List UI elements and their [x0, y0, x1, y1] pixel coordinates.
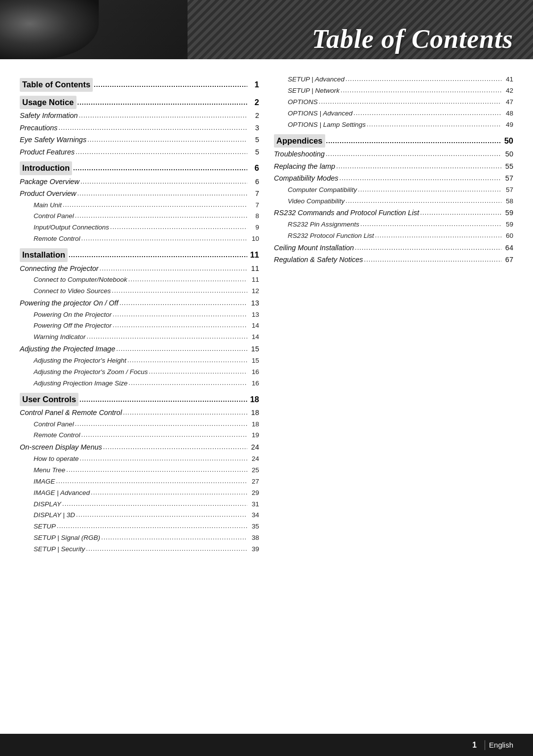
toc-entry: Precautions.............................…	[20, 122, 259, 133]
toc-page: 57	[502, 185, 513, 195]
main-content: Table of Contents.......................…	[0, 59, 533, 570]
toc-dots: ........................................…	[128, 274, 247, 284]
toc-entry: Troubleshooting.........................…	[274, 149, 513, 159]
toc-page: 16	[248, 378, 259, 389]
toc-label: RS232 Protocol Function List	[288, 231, 374, 241]
toc-dots: ........................................…	[103, 442, 247, 452]
toc-page: 11	[248, 275, 259, 285]
toc-entry: Replacing the lamp......................…	[274, 161, 513, 172]
toc-page: 6	[248, 162, 259, 175]
toc-page: 14	[248, 332, 259, 342]
toc-entry: Compatibility Modes.....................…	[274, 173, 513, 184]
toc-page: 58	[502, 196, 513, 207]
toc-dots: ........................................…	[75, 211, 247, 221]
toc-entry: Remote Control..........................…	[20, 430, 259, 441]
toc-entry: Powering On the Projector...............…	[20, 310, 259, 320]
toc-entry: OPTIONS | Lamp Settings.................…	[274, 120, 513, 130]
toc-entry: Appendices..............................…	[274, 134, 513, 148]
toc-page: 13	[248, 298, 259, 308]
toc-dots: ........................................…	[420, 208, 501, 218]
toc-dots: ........................................…	[326, 149, 501, 159]
toc-entry: OPTIONS | Advanced......................…	[274, 109, 513, 119]
toc-label: Video Compatibility	[288, 196, 344, 207]
toc-page: 9	[248, 223, 259, 233]
title-block: Table of Contents	[312, 24, 513, 54]
toc-entry: Remote Control..........................…	[20, 234, 259, 244]
toc-entry: SETUP | Network.........................…	[274, 86, 513, 96]
toc-label: Usage Notice	[20, 96, 76, 110]
toc-page: 34	[248, 510, 259, 521]
toc-dots: ........................................…	[80, 177, 247, 187]
toc-entry: SETUP | Security........................…	[20, 544, 259, 555]
toc-page: 64	[502, 242, 513, 253]
toc-dots: ........................................…	[113, 309, 247, 319]
toc-page: 38	[248, 533, 259, 543]
toc-label: RS232 Pin Assignments	[288, 220, 359, 230]
toc-dots: ........................................…	[76, 147, 247, 157]
toc-label: Product Overview	[20, 188, 76, 199]
toc-dots: ........................................…	[127, 355, 247, 365]
toc-entry: Powering the projector On / Off.........…	[20, 298, 259, 308]
toc-page: 31	[248, 499, 259, 510]
toc-label: Control Panel & Remote Control	[20, 407, 122, 418]
toc-label: SETUP | Advanced	[288, 75, 344, 85]
toc-dots: ........................................…	[355, 243, 501, 253]
toc-label: Table of Contents	[20, 78, 93, 92]
toc-dots: ........................................…	[56, 476, 247, 486]
toc-label: SETUP | Security	[34, 544, 85, 555]
toc-page: 10	[248, 234, 259, 244]
toc-label: Connect to Video Sources	[34, 286, 111, 297]
left-column: Table of Contents.......................…	[20, 74, 259, 556]
toc-label: Product Features	[20, 147, 75, 157]
toc-entry: On-screen Display Menus.................…	[20, 442, 259, 453]
toc-dots: ........................................…	[75, 419, 247, 429]
toc-label: Installation	[20, 248, 68, 262]
toc-dots: ........................................…	[59, 123, 247, 133]
toc-label: Compatibility Modes	[274, 173, 339, 184]
toc-page: 5	[248, 134, 259, 145]
toc-label: Adjusting the Projected Image	[20, 343, 115, 354]
toc-label: Control Panel	[34, 211, 74, 222]
toc-dots: ........................................…	[340, 173, 501, 183]
toc-page: 24	[248, 454, 259, 464]
footer-bar: 1 English	[0, 734, 533, 756]
toc-page: 48	[502, 109, 513, 119]
toc-page: 5	[248, 147, 259, 157]
toc-dots: ........................................…	[77, 189, 247, 198]
toc-dots: ........................................…	[341, 85, 501, 95]
toc-page: 49	[502, 120, 513, 130]
toc-label: Main Unit	[34, 200, 62, 211]
toc-label: Adjusting Projection Image Size	[34, 378, 128, 389]
toc-entry: Powering Off the Projector..............…	[20, 321, 259, 331]
header-bar: Table of Contents	[0, 0, 533, 59]
toc-entry: Eye Safety Warnings.....................…	[20, 134, 259, 145]
toc-label: SETUP	[34, 522, 56, 532]
toc-label: SETUP | Signal (RGB)	[34, 533, 100, 543]
toc-label: SETUP | Network	[288, 86, 340, 96]
toc-dots: ........................................…	[110, 222, 247, 232]
toc-label: Connect to Computer/Notebook	[34, 275, 127, 285]
toc-label: Precautions	[20, 122, 58, 133]
toc-page: 50	[502, 149, 513, 159]
toc-page: 11	[248, 249, 259, 262]
toc-dots: ........................................…	[79, 395, 247, 405]
toc-dots: ........................................…	[76, 510, 247, 520]
toc-dots: ........................................…	[73, 163, 247, 173]
toc-entry: OPTIONS.................................…	[274, 97, 513, 108]
toc-page: 2	[248, 96, 259, 109]
toc-label: Computer Compatibility	[288, 185, 357, 195]
toc-entry: Adjusting the Projector's Height........…	[20, 356, 259, 366]
toc-label: Package Overview	[20, 176, 79, 187]
toc-page: 41	[502, 75, 513, 85]
toc-label: Remote Control	[34, 430, 80, 441]
toc-entry: Table of Contents.......................…	[20, 78, 259, 92]
toc-entry: Adjusting Projection Image Size.........…	[20, 378, 259, 389]
toc-page: 24	[248, 442, 259, 453]
toc-dots: ........................................…	[63, 200, 247, 210]
toc-entry: DISPLAY | 3D............................…	[20, 510, 259, 521]
page-title: Table of Contents	[312, 24, 513, 54]
toc-dots: ........................................…	[80, 454, 247, 463]
toc-page: 18	[248, 419, 259, 430]
toc-page: 18	[248, 393, 259, 406]
toc-entry: Menu Tree...............................…	[20, 465, 259, 476]
